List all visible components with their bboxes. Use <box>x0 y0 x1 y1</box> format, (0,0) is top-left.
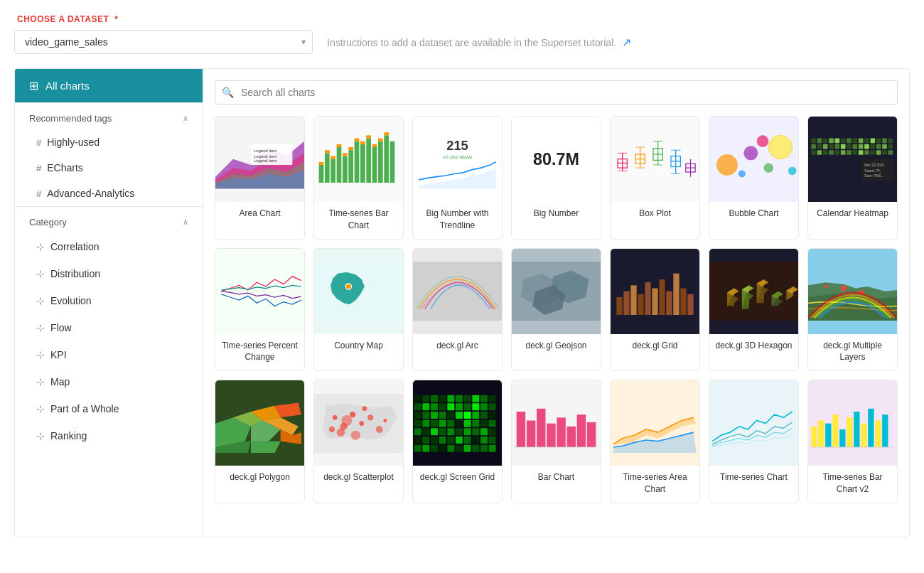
sidebar-item-kpi[interactable]: ⊹ KPI <box>15 341 203 368</box>
svg-rect-195 <box>472 403 479 410</box>
chart-card-deck-gl-scatterplot[interactable]: deck.gl Scatterplot <box>313 380 404 503</box>
chart-name-deck-gl-geojson: deck.gl Geojson <box>512 334 601 359</box>
svg-rect-72 <box>841 139 846 144</box>
chart-card-time-series-bar-chart[interactable]: Time-series Bar Chart <box>313 116 404 240</box>
svg-rect-212 <box>447 419 454 427</box>
svg-rect-198 <box>414 412 421 419</box>
recommended-tags-section-header: Recommended tags ∧ <box>15 103 203 129</box>
svg-rect-69 <box>823 139 828 144</box>
svg-rect-131 <box>673 274 679 315</box>
svg-text:+7.0% WoW: +7.0% WoW <box>443 154 473 161</box>
chart-card-deck-gl-geojson[interactable]: deck.gl Geojson <box>511 248 601 372</box>
svg-rect-27 <box>372 144 377 147</box>
svg-rect-32 <box>390 141 395 183</box>
chart-name-time-series-percent-change: Time-series Percent Change <box>215 334 304 371</box>
sidebar-item-flow[interactable]: ⊹ Flow <box>15 314 203 341</box>
chart-card-area-chart[interactable]: Legend item Legend item Legend item Area… <box>215 116 305 240</box>
sidebar-item-map[interactable]: ⊹ Map <box>15 368 203 395</box>
content-area: 🔍 Legend ite <box>203 69 909 537</box>
chart-thumbnail-country-map <box>314 249 403 334</box>
chart-card-big-number[interactable]: 80.7M Big Number <box>511 116 601 240</box>
hash-icon: # <box>36 188 41 199</box>
svg-rect-88 <box>853 144 858 149</box>
svg-text:Count: 74,: Count: 74, <box>864 168 881 173</box>
sidebar-item-all-charts[interactable]: ⊞ All charts <box>15 69 203 102</box>
svg-rect-184 <box>464 395 471 402</box>
svg-rect-123 <box>616 297 622 315</box>
external-link-icon: ↗ <box>622 36 631 48</box>
sidebar-tag-advanced-analytics[interactable]: # Advanced-Analytics <box>15 181 203 206</box>
instruction-text: Instructions to add a dataset are availa… <box>327 36 631 49</box>
deck-gl-grid-thumb-svg <box>611 262 699 321</box>
svg-rect-8 <box>319 165 324 183</box>
search-input[interactable] <box>215 80 898 105</box>
svg-rect-12 <box>331 159 335 183</box>
page-container: CHOOSE A DATASET * video_game_sales ▾ In… <box>0 0 924 552</box>
svg-rect-247 <box>489 444 496 451</box>
svg-point-172 <box>351 430 360 439</box>
chart-thumbnail-time-series-chart <box>709 380 798 466</box>
chart-card-deck-gl-multiple-layers[interactable]: deck.gl Multiple Layers <box>807 248 898 372</box>
dataset-select[interactable]: video_game_sales <box>14 30 313 54</box>
chart-card-deck-gl-arc[interactable]: deck.gl Arc <box>412 248 503 372</box>
svg-rect-204 <box>464 412 471 419</box>
chart-card-bubble-chart[interactable]: Bubble Chart <box>709 116 799 240</box>
sidebar-item-distribution[interactable]: ⊹ Distribution <box>15 260 203 287</box>
svg-rect-268 <box>875 420 881 446</box>
chart-name-deck-gl-polygon: deck.gl Polygon <box>215 466 304 491</box>
svg-rect-26 <box>372 147 377 183</box>
chart-thumbnail-deck-gl-screen-grid <box>413 380 502 466</box>
svg-rect-106 <box>876 150 881 155</box>
area-chart-thumb-svg: Legend item Legend item Legend item <box>215 129 304 188</box>
chart-card-time-series-bar-chart-v2[interactable]: Time-series Bar Chart v2 <box>807 380 898 503</box>
chart-card-time-series-area-chart[interactable]: Time-series Area Chart <box>610 380 700 503</box>
chart-card-deck-gl-screen-grid[interactable]: deck.gl Screen Grid <box>412 380 503 503</box>
category-chevron[interactable]: ∧ <box>183 218 188 227</box>
svg-rect-214 <box>464 419 471 427</box>
sidebar-item-evolution[interactable]: ⊹ Evolution <box>15 287 203 314</box>
chart-card-bar-chart[interactable]: Bar Chart <box>511 380 601 503</box>
sidebar-tag-echarts[interactable]: # ECharts <box>15 155 203 181</box>
grid-icon: ⊞ <box>29 79 38 92</box>
sidebar-item-part-of-a-whole[interactable]: ⊹ Part of a Whole <box>15 395 203 422</box>
svg-point-168 <box>337 428 345 437</box>
svg-rect-70 <box>829 139 834 144</box>
chart-card-time-series-percent-change[interactable]: Time-series Percent Change <box>215 248 305 372</box>
chart-card-deck-gl-3d-hexagon[interactable]: deck.gl 3D Hexagon <box>709 248 799 372</box>
dataset-select-wrapper: video_game_sales ▾ <box>14 30 313 54</box>
svg-rect-78 <box>876 139 881 144</box>
svg-rect-202 <box>447 412 454 419</box>
chart-card-country-map[interactable]: Country Map <box>313 248 404 372</box>
svg-rect-264 <box>847 417 852 447</box>
chart-card-calendar-heatmap[interactable]: Nov 22 2021 Count: 74, Sum: 78,8... Cale… <box>807 116 898 240</box>
recommended-tags-chevron[interactable]: ∧ <box>183 114 188 123</box>
svg-rect-133 <box>687 294 693 315</box>
svg-rect-239 <box>422 444 429 451</box>
chart-card-deck-gl-grid[interactable]: deck.gl Grid <box>610 248 700 372</box>
chart-card-time-series-chart[interactable]: Time-series Chart <box>709 380 799 503</box>
tutorial-link[interactable]: ↗ <box>619 37 631 48</box>
svg-rect-108 <box>888 150 893 155</box>
svg-rect-248 <box>517 412 525 447</box>
svg-rect-181 <box>439 395 446 402</box>
chart-card-big-number-trendline[interactable]: 215 +7.0% WoW Big Number with Trendline <box>412 116 503 240</box>
sidebar-item-ranking[interactable]: ⊹ Ranking <box>15 422 203 449</box>
part-of-a-whole-icon: ⊹ <box>36 403 45 414</box>
sidebar-item-correlation[interactable]: ⊹ Correlation <box>15 233 203 260</box>
deck-gl-polygon-thumb-svg <box>215 394 304 453</box>
svg-rect-16 <box>343 156 348 183</box>
svg-rect-263 <box>839 429 845 447</box>
chart-card-deck-gl-polygon[interactable]: deck.gl Polygon <box>215 380 305 503</box>
sidebar-tag-highly-used[interactable]: # Highly-used <box>15 129 203 155</box>
svg-rect-11 <box>325 150 330 153</box>
chart-thumbnail-time-series-bar-chart-v2 <box>808 380 897 466</box>
svg-rect-220 <box>431 428 438 435</box>
category-section-header: Category ∧ <box>15 207 203 233</box>
svg-rect-245 <box>472 444 479 451</box>
chart-card-box-plot[interactable]: Box Plot <box>610 116 700 240</box>
category-list: ⊹ Correlation ⊹ Distribution ⊹ Evolution… <box>15 233 203 449</box>
svg-text:80.7M: 80.7M <box>533 150 579 168</box>
svg-rect-105 <box>870 150 875 155</box>
svg-rect-10 <box>325 154 330 183</box>
chart-thumbnail-big-number: 80.7M <box>512 117 601 202</box>
